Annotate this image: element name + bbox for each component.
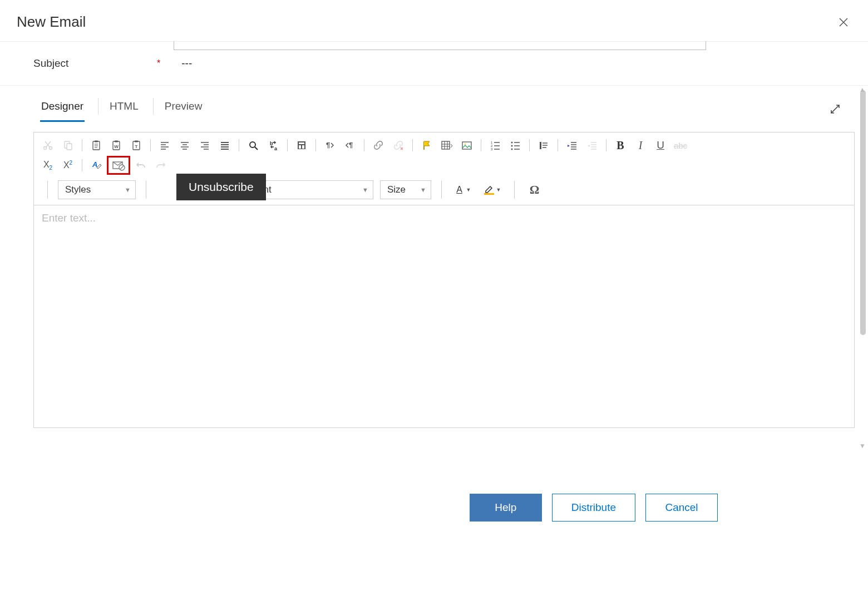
highlight-color-button[interactable]: ▼ bbox=[481, 181, 504, 198]
align-right-button[interactable] bbox=[195, 137, 214, 154]
undo-button[interactable] bbox=[131, 157, 150, 174]
svg-point-12 bbox=[250, 142, 255, 147]
undo-icon bbox=[135, 160, 146, 171]
placeholder-text: Enter text... bbox=[42, 212, 96, 224]
table-button[interactable] bbox=[437, 137, 456, 154]
clear-format-button[interactable]: A bbox=[87, 157, 106, 174]
editor-tabs: Designer HTML Preview bbox=[40, 86, 855, 122]
text-color-icon: A bbox=[455, 185, 464, 195]
link-button[interactable] bbox=[369, 137, 388, 154]
unsubscribe-button[interactable] bbox=[108, 158, 129, 173]
tooltip-unsubscribe: Unsubscribe bbox=[176, 174, 266, 200]
paste-text-button[interactable]: T bbox=[127, 137, 146, 154]
paragraph-rtl-icon: ¶ bbox=[344, 140, 356, 151]
image-icon bbox=[461, 140, 472, 151]
expand-button[interactable] bbox=[829, 103, 841, 115]
separator bbox=[529, 139, 530, 151]
align-center-button[interactable] bbox=[175, 137, 194, 154]
help-button[interactable]: Help bbox=[470, 494, 542, 522]
separator bbox=[481, 139, 481, 151]
rtl-button[interactable]: ¶ bbox=[341, 137, 359, 154]
svg-text:W: W bbox=[114, 144, 119, 149]
numbered-list-button[interactable]: 123 bbox=[486, 137, 505, 154]
dialog-title: New Email bbox=[17, 13, 86, 31]
paste-word-button[interactable]: W bbox=[107, 137, 126, 154]
superscript-button[interactable]: X2 bbox=[58, 157, 77, 174]
tab-separator bbox=[153, 98, 154, 115]
separator bbox=[558, 139, 558, 151]
scrollbar[interactable] bbox=[860, 90, 866, 335]
outdent-button[interactable] bbox=[583, 137, 601, 154]
tab-preview[interactable]: Preview bbox=[164, 96, 204, 122]
scroll-up-icon[interactable]: ▲ bbox=[859, 86, 866, 94]
template-icon bbox=[296, 140, 307, 151]
align-left-button[interactable] bbox=[155, 137, 174, 154]
distribute-button[interactable]: Distribute bbox=[552, 494, 635, 522]
svg-rect-22 bbox=[462, 142, 471, 149]
anchor-button[interactable] bbox=[417, 137, 436, 154]
bullet-list-button[interactable] bbox=[506, 137, 525, 154]
align-left-icon bbox=[159, 140, 170, 151]
styles-select[interactable]: Styles ▼ bbox=[58, 180, 136, 199]
subject-value[interactable]: --- bbox=[181, 57, 192, 70]
bold-button[interactable]: B bbox=[611, 137, 630, 154]
separator bbox=[146, 181, 146, 199]
editor-body[interactable]: Enter text... bbox=[34, 205, 854, 427]
paste-button[interactable] bbox=[87, 137, 106, 154]
scroll-down-icon[interactable]: ▼ bbox=[859, 442, 866, 450]
find-button[interactable] bbox=[244, 137, 263, 154]
tab-html[interactable]: HTML bbox=[108, 96, 140, 122]
clipboard-text-icon: T bbox=[131, 140, 142, 151]
superscript-icon: X2 bbox=[63, 160, 72, 170]
svg-text:b: b bbox=[270, 141, 273, 146]
size-label: Size bbox=[387, 184, 406, 195]
underline-button[interactable]: U bbox=[651, 137, 670, 154]
blockquote-button[interactable] bbox=[534, 137, 553, 154]
underline-icon: U bbox=[657, 139, 664, 151]
italic-button[interactable]: I bbox=[631, 137, 650, 154]
align-right-icon bbox=[199, 140, 210, 151]
partial-field-box bbox=[174, 41, 706, 50]
eraser-icon: A bbox=[91, 160, 102, 171]
unsubscribe-highlight bbox=[107, 156, 130, 175]
cancel-button[interactable]: Cancel bbox=[645, 494, 718, 522]
toolbar-row-1: W T ba bbox=[38, 136, 850, 155]
separator bbox=[287, 139, 288, 151]
size-select[interactable]: Size ▼ bbox=[380, 180, 431, 199]
strike-button[interactable]: abc bbox=[671, 137, 690, 154]
content-area: Subject * --- Designer HTML Preview bbox=[0, 41, 868, 605]
ltr-button[interactable]: ¶ bbox=[320, 137, 339, 154]
close-button[interactable] bbox=[836, 14, 851, 30]
text-color-button[interactable]: A ▼ bbox=[452, 181, 474, 198]
table-icon bbox=[441, 140, 453, 151]
redo-button[interactable] bbox=[151, 157, 170, 174]
tab-separator bbox=[98, 98, 98, 115]
caret-icon: ▼ bbox=[420, 186, 426, 193]
svg-text:T: T bbox=[135, 144, 138, 149]
copy-button[interactable] bbox=[58, 137, 77, 154]
copy-icon bbox=[62, 140, 73, 151]
redo-icon bbox=[155, 160, 166, 171]
svg-point-28 bbox=[511, 145, 513, 147]
toolbar: W T ba bbox=[34, 132, 854, 205]
svg-point-0 bbox=[44, 147, 47, 150]
special-char-button[interactable]: Ω bbox=[525, 181, 544, 198]
separator bbox=[150, 139, 151, 151]
svg-rect-17 bbox=[299, 145, 301, 149]
svg-point-27 bbox=[511, 142, 513, 144]
blockquote-icon bbox=[538, 140, 549, 151]
tab-designer[interactable]: Designer bbox=[40, 96, 85, 122]
templates-button[interactable] bbox=[292, 137, 311, 154]
image-button[interactable] bbox=[457, 137, 476, 154]
indent-button[interactable] bbox=[563, 137, 581, 154]
clipboard-word-icon: W bbox=[111, 140, 122, 151]
justify-button[interactable] bbox=[215, 137, 234, 154]
subscript-button[interactable]: X2 bbox=[38, 157, 57, 174]
font-select[interactable]: ont ▼ bbox=[251, 180, 373, 199]
separator bbox=[441, 181, 442, 199]
replace-button[interactable]: ba bbox=[264, 137, 283, 154]
title-bar: New Email bbox=[0, 0, 868, 41]
cut-button[interactable] bbox=[38, 137, 57, 154]
unlink-button[interactable] bbox=[389, 137, 408, 154]
clipboard-icon bbox=[91, 140, 102, 151]
